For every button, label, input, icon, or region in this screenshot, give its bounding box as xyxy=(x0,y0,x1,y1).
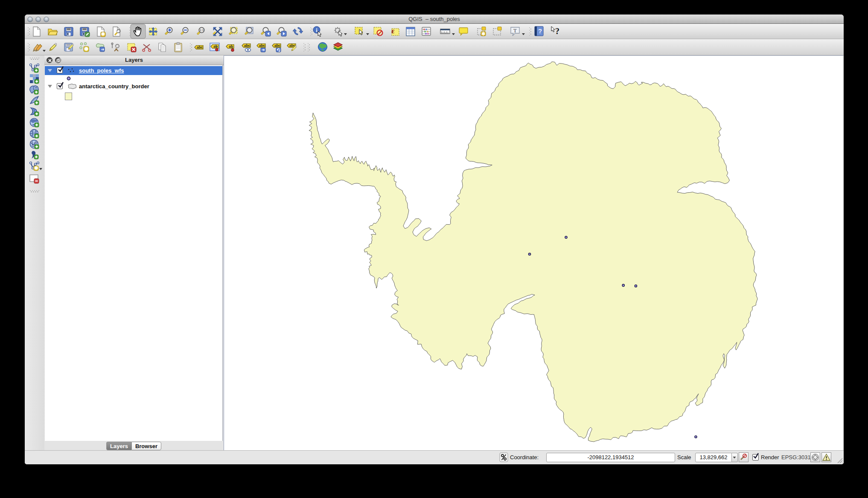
svg-text:✺: ✺ xyxy=(84,46,88,52)
svg-text:?: ? xyxy=(538,27,542,35)
svg-text:T: T xyxy=(513,27,517,34)
svg-text:✱: ✱ xyxy=(101,31,105,37)
svg-text:✺: ✺ xyxy=(34,165,38,171)
svg-text:1:1: 1:1 xyxy=(199,29,204,32)
svg-text:i: i xyxy=(316,27,317,33)
svg-text:ε: ε xyxy=(391,27,394,35)
svg-text:✱: ✱ xyxy=(481,31,485,36)
svg-text:?: ? xyxy=(555,26,559,36)
